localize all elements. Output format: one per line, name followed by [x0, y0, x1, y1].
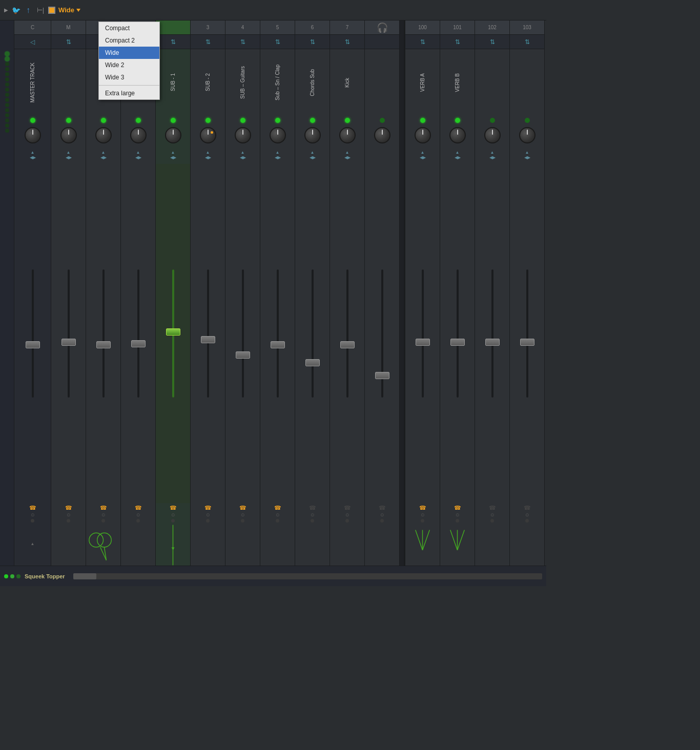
progress-bar[interactable]: [73, 573, 542, 579]
ch-num-master[interactable]: C: [14, 20, 51, 35]
knob-4[interactable]: [235, 127, 251, 143]
knob-8[interactable]: [374, 127, 390, 143]
led-4: [240, 118, 245, 123]
led-sub1: [171, 118, 176, 123]
master-volume-knob[interactable]: [25, 127, 41, 143]
knob-102[interactable]: [484, 127, 501, 143]
view-dropdown-trigger[interactable]: Wide: [58, 6, 80, 14]
clock-master[interactable]: ⊙: [31, 512, 35, 517]
scale-led-9: [5, 93, 9, 97]
fader-102[interactable]: [485, 339, 500, 346]
up-icon[interactable]: ↑: [24, 6, 33, 15]
fader-7[interactable]: [340, 341, 355, 348]
send-btn-mono[interactable]: ☎: [100, 505, 107, 511]
led-3: [205, 118, 211, 123]
knob-7[interactable]: [339, 127, 356, 143]
fader-103[interactable]: [520, 339, 534, 346]
dropdown-item-xl[interactable]: Extra large: [99, 87, 159, 99]
svg-line-10: [450, 530, 458, 550]
dot-green2: [10, 574, 14, 578]
led-6: [310, 118, 315, 123]
clock-m[interactable]: ⊙: [67, 512, 71, 517]
collapse-arrow[interactable]: ▶: [4, 7, 8, 13]
led-7: [345, 118, 350, 123]
send-btn-5[interactable]: ☎: [274, 505, 281, 511]
knob-5[interactable]: [270, 127, 286, 143]
fader-5[interactable]: [271, 341, 285, 348]
knob-100[interactable]: [415, 127, 431, 143]
svg-point-2: [97, 533, 112, 547]
fader-master: [14, 164, 51, 503]
scale-led-2: [5, 57, 9, 61]
send-btn-100[interactable]: ☎: [419, 505, 426, 511]
svg-line-7: [416, 530, 423, 550]
app-wrapper: ▶ 🐦 ↑ ⊢| Wide Compact Compact 2 Wide Wid…: [0, 0, 546, 586]
fader-4[interactable]: [236, 351, 250, 359]
dropdown-item-wide2[interactable]: Wide 2: [99, 59, 159, 71]
send-btn-3[interactable]: ☎: [204, 505, 212, 511]
knob-master[interactable]: [14, 125, 51, 145]
fader-101[interactable]: [450, 339, 465, 346]
send-btn-m[interactable]: ☎: [65, 505, 72, 511]
view-dropdown-menu: Compact Compact 2 Wide Wide 2 Wide 3 Ext…: [98, 22, 160, 100]
send-btn-stereo[interactable]: ☎: [135, 505, 142, 511]
pan-master: ▲ ◀▶: [14, 145, 51, 164]
ch-route-master[interactable]: ◁: [14, 35, 51, 49]
fader-track-master: [32, 269, 34, 398]
fader-handle-master[interactable]: [26, 341, 40, 348]
routing-svg-master: ▲: [14, 525, 51, 566]
dropdown-divider: [99, 85, 159, 86]
knob-101[interactable]: [449, 127, 466, 143]
scale-led-5: [5, 72, 9, 76]
transport-dots: [4, 574, 20, 578]
skip-icon[interactable]: ⊢|: [36, 6, 45, 15]
knob-6[interactable]: [304, 127, 321, 143]
channel-5: 5 ⇅ Sub – Sn / Clap ▲ ◀▶: [260, 20, 295, 566]
send-btn-6[interactable]: ☎: [309, 505, 316, 511]
fader-8[interactable]: [375, 372, 389, 379]
send-btn-7[interactable]: ☎: [344, 505, 351, 511]
fader-mono[interactable]: [96, 341, 111, 348]
scale-led-7: [5, 82, 9, 87]
led-master-green: [30, 118, 35, 123]
dot-m[interactable]: [67, 519, 70, 523]
knob-mono[interactable]: [95, 127, 112, 143]
fader-6[interactable]: [305, 359, 320, 366]
scale-led-8: [5, 88, 9, 92]
knob-103[interactable]: [519, 127, 536, 143]
channel-7: 7 ⇅ Kick ▲ ◀▶: [330, 20, 365, 566]
fader-m[interactable]: [61, 339, 76, 346]
knob-sub1[interactable]: [165, 127, 181, 143]
dot-master[interactable]: [31, 519, 34, 523]
fader-stereo[interactable]: [131, 340, 146, 347]
fader-100[interactable]: [416, 339, 430, 346]
fader-sub1[interactable]: [166, 328, 180, 336]
scale-led-1: [5, 52, 9, 56]
led-master: [14, 116, 51, 125]
ch-route-m[interactable]: ⇅: [51, 35, 86, 49]
channel-sub1: ⇅ SUB - 1 ▲ ◀▶: [156, 20, 191, 566]
knob-m[interactable]: [60, 127, 77, 143]
channel-group-gap: [400, 20, 404, 566]
led-5: [275, 118, 280, 123]
dropdown-item-wide3[interactable]: Wide 3: [99, 71, 159, 84]
status-label: Squeek Topper: [25, 573, 65, 579]
channel-102: 102 ⇅ ▲ ◀▶: [475, 20, 510, 566]
master-route-icon: ◁: [30, 38, 35, 46]
channel-mono: ⇅ MONO SIGN ▲ ◀▶: [86, 20, 121, 566]
dropdown-item-compact[interactable]: Compact: [99, 22, 159, 34]
knob-stereo[interactable]: [130, 127, 147, 143]
mixer-body: C ◁ MASTER TRACK ▲ ◀▶: [0, 20, 546, 566]
send-btn-4[interactable]: ☎: [239, 505, 246, 511]
send-btn-101[interactable]: ☎: [454, 505, 461, 511]
knob-3[interactable]: [200, 127, 216, 143]
send-btn-master[interactable]: ☎: [29, 505, 36, 511]
bird-icon[interactable]: 🐦: [11, 6, 20, 15]
fader-3[interactable]: [201, 336, 215, 343]
send-btn-sub1[interactable]: ☎: [170, 505, 177, 511]
ch-num-m[interactable]: M: [51, 20, 86, 35]
channel-3: 3 ⇅ SUB - 2 ▲ ◀▶: [191, 20, 225, 566]
dropdown-item-compact2[interactable]: Compact 2: [99, 34, 159, 47]
dropdown-item-wide[interactable]: Wide: [99, 47, 159, 59]
channel-100: 100 ⇅ VERB A ▲ ◀▶: [405, 20, 440, 566]
